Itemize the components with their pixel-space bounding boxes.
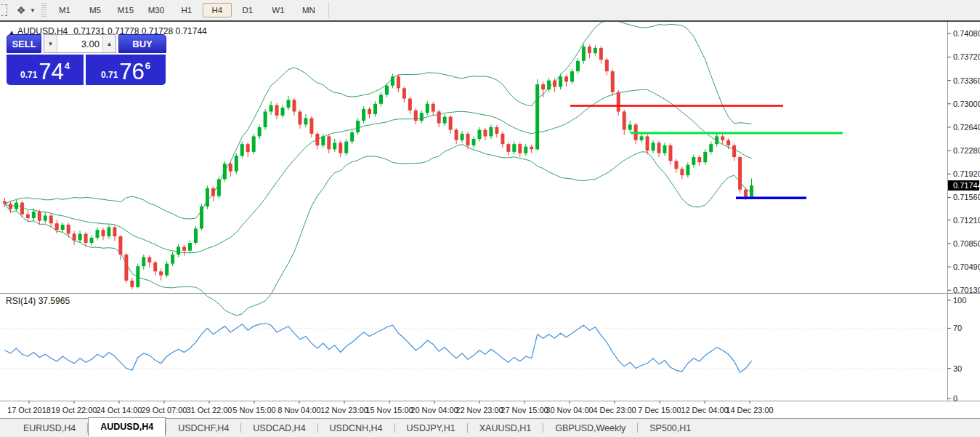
bid-main: 74: [39, 60, 63, 83]
time-axis-label: 20 Nov 04:00: [410, 406, 458, 414]
candle: [668, 145, 672, 161]
timeframe-button-m5[interactable]: M5: [81, 3, 110, 17]
selection-tool-icon[interactable]: [0, 4, 7, 16]
chart-tab-sp500-h1[interactable]: SP500,H1: [638, 420, 702, 437]
timeframe-button-w1[interactable]: W1: [264, 3, 293, 17]
rsi-axis-label: 70: [953, 324, 962, 332]
timeframe-button-h4[interactable]: H4: [203, 3, 232, 17]
candle: [246, 144, 250, 152]
candle: [101, 230, 105, 236]
candle: [391, 76, 394, 86]
candle: [466, 134, 470, 145]
candle: [379, 95, 383, 104]
time-axis-label: 31 Oct 22:00: [187, 406, 232, 414]
candle: [564, 76, 568, 81]
candle: [177, 246, 180, 254]
chart-tab-usdchf-h4[interactable]: USDCHF,H4: [166, 420, 240, 437]
candle: [663, 145, 666, 153]
candle: [339, 143, 342, 153]
time-axis-label: 30 Nov 04:00: [546, 406, 593, 414]
chart-tab-gbpusd-weekly[interactable]: GBPUSD,Weekly: [543, 420, 637, 437]
dropdown-caret-icon[interactable]: ▼: [30, 7, 36, 14]
time-axis-label: 17 Oct 2018: [7, 406, 51, 414]
candle: [623, 111, 626, 129]
candle: [61, 225, 65, 230]
chart-tab-eurusd-h4[interactable]: EURUSD,H4: [12, 420, 87, 437]
candle: [235, 156, 238, 171]
price-axis-label: 0.73720: [953, 52, 980, 61]
time-axis-label: 5 Nov 15:00: [232, 406, 275, 414]
timeframe-button-d1[interactable]: D1: [233, 3, 262, 17]
buy-button[interactable]: BUY: [118, 34, 166, 53]
candle: [240, 144, 244, 156]
price-axis-label: 0.71210: [953, 216, 980, 225]
candle: [461, 134, 464, 140]
chart-window: ❖ ▼ M1M5M15M30H1H4D1W1MN 0.740800.737200…: [0, 0, 980, 437]
candle: [715, 136, 718, 144]
candle: [576, 61, 580, 71]
candle: [506, 144, 510, 152]
candle: [350, 132, 354, 142]
chart-objects-icon[interactable]: ❖: [15, 4, 28, 17]
volume-input[interactable]: [57, 35, 103, 52]
time-axis-label: 24 Oct 14:00: [97, 406, 142, 414]
chart-tab-xauusd-h1[interactable]: XAUUSD,H1: [468, 420, 543, 437]
volume-increase-button[interactable]: ▲: [103, 35, 116, 52]
time-axis-label: 29 Oct 07:00: [142, 406, 187, 414]
candle: [703, 152, 707, 162]
candle: [55, 223, 59, 230]
rsi-axis-label: 0: [953, 394, 957, 403]
candle: [32, 212, 36, 218]
time-axis-label: 22 Nov 23:00: [455, 406, 503, 414]
candle: [709, 144, 713, 152]
timeframe-button-h1[interactable]: H1: [172, 3, 201, 17]
candle: [84, 234, 88, 244]
sell-button[interactable]: SELL: [7, 34, 41, 53]
candle: [489, 127, 493, 137]
rsi-indicator-label: RSI(14) 37.5965: [6, 296, 70, 306]
candle: [368, 109, 371, 114]
timeframe-button-m15[interactable]: M15: [111, 3, 140, 17]
timeframe-button-mn[interactable]: MN: [294, 3, 323, 17]
candle: [657, 143, 661, 153]
candle: [455, 130, 458, 140]
candle: [582, 47, 586, 61]
volume-decrease-button[interactable]: ▼: [44, 35, 57, 52]
candle: [652, 143, 655, 151]
candle: [588, 47, 591, 53]
chart-tab-usdcad-h4[interactable]: USDCAD,H4: [241, 420, 317, 437]
candle: [26, 215, 30, 218]
rsi-axis-label: 30: [953, 364, 962, 373]
candle: [73, 234, 76, 241]
candle: [315, 134, 319, 145]
candle: [385, 86, 389, 95]
candle: [20, 203, 24, 215]
timeframe-toolbar: ❖ ▼ M1M5M15M30H1H4D1W1MN: [0, 0, 980, 22]
chart-tab-usdcnh-h4[interactable]: USDCNH,H4: [318, 420, 394, 437]
ask-price-display[interactable]: 0.71 76 6: [86, 55, 166, 85]
candle: [721, 136, 724, 140]
bid-price-display[interactable]: 0.71 74 4: [7, 55, 84, 85]
timeframe-button-m1[interactable]: M1: [50, 3, 79, 17]
candle: [321, 136, 325, 145]
candle: [518, 144, 522, 153]
chart-tab-usdjpy-h1[interactable]: USDJPY,H1: [395, 420, 467, 437]
candle: [153, 262, 157, 272]
price-axis-label: 0.70490: [953, 262, 980, 271]
candle: [67, 225, 70, 234]
candle: [206, 188, 209, 207]
chart-tab-audusd-h4[interactable]: AUDUSD,H4: [88, 417, 166, 436]
candle: [356, 121, 360, 132]
price-axis-label: 0.72280: [953, 146, 980, 155]
candle: [547, 81, 551, 90]
candle: [147, 257, 151, 262]
candle: [286, 100, 290, 108]
candle: [96, 230, 100, 238]
candle: [252, 136, 256, 151]
price-axis-label: 0.70850: [953, 239, 980, 248]
ask-main: 76: [119, 60, 144, 83]
timeframe-button-m30[interactable]: M30: [142, 3, 171, 17]
price-axis-label: 0.70130: [953, 286, 980, 294]
price-axis-label: 0.74080: [953, 29, 980, 38]
candle: [692, 157, 695, 165]
